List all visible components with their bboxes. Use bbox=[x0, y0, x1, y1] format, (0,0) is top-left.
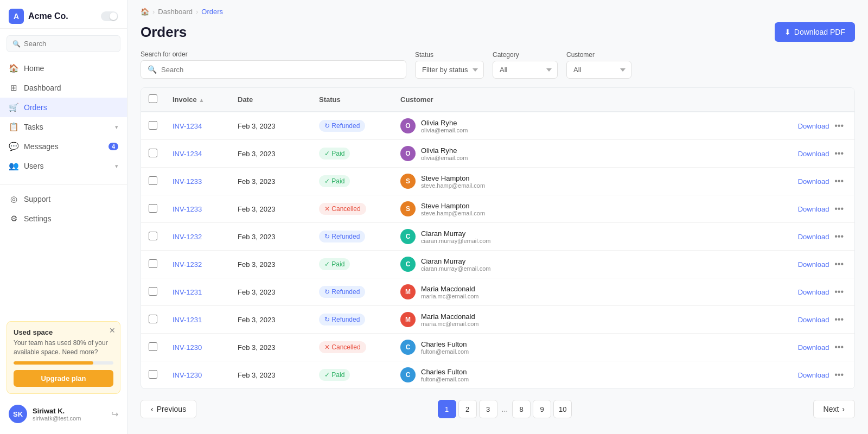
chevron-right-icon: › bbox=[842, 405, 845, 413]
row-checkbox[interactable] bbox=[149, 204, 157, 213]
sidebar-item-messages[interactable]: 💬 Messages 4 bbox=[0, 137, 127, 156]
order-search-input[interactable] bbox=[161, 66, 399, 74]
row-invoice: INV-1233 bbox=[165, 195, 230, 223]
sidebar-search-input[interactable] bbox=[24, 40, 114, 48]
logout-icon[interactable]: ↪ bbox=[111, 409, 118, 419]
customer-avatar: C bbox=[400, 229, 416, 244]
more-options-button[interactable]: ••• bbox=[831, 341, 847, 353]
customer-avatar: C bbox=[400, 367, 416, 382]
row-checkbox[interactable] bbox=[149, 342, 157, 351]
more-options-button[interactable]: ••• bbox=[831, 314, 847, 326]
more-options-button[interactable]: ••• bbox=[831, 286, 847, 298]
row-checkbox[interactable] bbox=[149, 149, 157, 157]
dark-mode-toggle[interactable] bbox=[101, 11, 118, 21]
settings-icon: ⚙ bbox=[9, 214, 18, 224]
customer-avatar: O bbox=[400, 146, 416, 161]
row-checkbox[interactable] bbox=[149, 370, 157, 379]
download-icon: ⬇ bbox=[784, 28, 791, 36]
row-invoice: INV-1232 bbox=[165, 251, 230, 278]
page-button-10[interactable]: 10 bbox=[553, 400, 572, 418]
sidebar-item-label: Dashboard bbox=[24, 84, 118, 92]
breadcrumb-dashboard[interactable]: Dashboard bbox=[158, 8, 193, 16]
row-checkbox[interactable] bbox=[149, 232, 157, 240]
page-button-9[interactable]: 9 bbox=[533, 400, 551, 418]
sidebar-item-tasks[interactable]: 📋 Tasks ▾ bbox=[0, 117, 127, 137]
table-row: INV-1232 Feb 3, 2023 ✓ Paid C Ciaran Mur… bbox=[141, 251, 854, 278]
upgrade-plan-button[interactable]: Upgrade plan bbox=[14, 370, 113, 387]
page-header: Orders ⬇ Download PDF bbox=[127, 16, 868, 50]
download-link[interactable]: Download bbox=[798, 260, 829, 269]
download-link[interactable]: Download bbox=[798, 371, 829, 379]
more-options-button[interactable]: ••• bbox=[831, 258, 847, 270]
sidebar-item-settings[interactable]: ⚙ Settings bbox=[0, 209, 127, 228]
sidebar-item-dashboard[interactable]: ⊞ Dashboard bbox=[0, 78, 127, 98]
status-filter-select[interactable]: Filter by status Paid Refunded Cancelled bbox=[415, 61, 484, 79]
more-options-button[interactable]: ••• bbox=[831, 175, 847, 187]
sidebar-item-support[interactable]: ◎ Support bbox=[0, 189, 127, 209]
row-checkbox-cell bbox=[141, 112, 165, 140]
order-search-box[interactable]: 🔍 bbox=[141, 60, 406, 79]
next-button[interactable]: Next › bbox=[813, 400, 855, 418]
download-link[interactable]: Download bbox=[798, 343, 829, 352]
page-button-8[interactable]: 8 bbox=[512, 400, 531, 418]
download-link[interactable]: Download bbox=[798, 122, 829, 130]
download-link[interactable]: Download bbox=[798, 316, 829, 324]
sidebar-item-users[interactable]: 👥 Users ▾ bbox=[0, 156, 127, 176]
table-row: INV-1232 Feb 3, 2023 ↻ Refunded C Ciaran… bbox=[141, 223, 854, 251]
row-checkbox[interactable] bbox=[149, 176, 157, 185]
th-invoice[interactable]: Invoice ▲ bbox=[165, 88, 230, 112]
row-date: Feb 3, 2023 bbox=[230, 140, 311, 168]
used-space-description: Your team has used 80% of your available… bbox=[14, 339, 113, 357]
customer-name: Steve Hampton bbox=[421, 202, 485, 210]
sidebar-search-box[interactable]: 🔍 bbox=[7, 35, 120, 52]
chevron-down-icon: ▾ bbox=[115, 163, 118, 170]
more-options-button[interactable]: ••• bbox=[831, 203, 847, 215]
download-pdf-button[interactable]: ⬇ Download PDF bbox=[775, 22, 855, 42]
breadcrumb-orders: Orders bbox=[201, 8, 223, 16]
row-checkbox[interactable] bbox=[149, 259, 157, 268]
more-options-button[interactable]: ••• bbox=[831, 231, 847, 242]
user-email: siriwatk@test.com bbox=[33, 415, 106, 422]
download-link[interactable]: Download bbox=[798, 288, 829, 296]
search-icon: 🔍 bbox=[12, 40, 21, 48]
row-checkbox[interactable] bbox=[149, 315, 157, 323]
table-row: INV-1230 Feb 3, 2023 ✕ Cancelled C Charl… bbox=[141, 334, 854, 361]
row-invoice: INV-1234 bbox=[165, 112, 230, 140]
customer-email: ciaran.murray@email.com bbox=[421, 265, 491, 272]
dashboard-icon: ⊞ bbox=[9, 83, 18, 93]
row-status: ↻ Refunded bbox=[311, 112, 393, 140]
sidebar-search-area: 🔍 bbox=[0, 29, 127, 56]
close-icon[interactable]: ✕ bbox=[109, 326, 116, 335]
download-link[interactable]: Download bbox=[798, 233, 829, 241]
row-status: ✕ Cancelled bbox=[311, 195, 393, 223]
download-link[interactable]: Download bbox=[798, 205, 829, 213]
download-link[interactable]: Download bbox=[798, 177, 829, 186]
row-invoice: INV-1232 bbox=[165, 223, 230, 251]
row-actions: Download ••• bbox=[768, 251, 854, 278]
page-button-3[interactable]: 3 bbox=[479, 400, 497, 418]
previous-button[interactable]: ‹ Previous bbox=[141, 400, 196, 418]
row-actions: Download ••• bbox=[768, 278, 854, 306]
table-header-row: Invoice ▲ Date Status Customer bbox=[141, 88, 854, 112]
row-actions: Download ••• bbox=[768, 112, 854, 140]
page-button-2[interactable]: 2 bbox=[458, 400, 477, 418]
row-date: Feb 3, 2023 bbox=[230, 112, 311, 140]
sidebar-item-orders[interactable]: 🛒 Orders bbox=[0, 98, 127, 117]
page-dots: ... bbox=[500, 405, 510, 413]
support-icon: ◎ bbox=[9, 194, 18, 204]
sidebar-item-home[interactable]: 🏠 Home bbox=[0, 59, 127, 78]
row-actions: Download ••• bbox=[768, 306, 854, 334]
category-filter-select[interactable]: All bbox=[493, 61, 558, 79]
app-name: Acme Co. bbox=[28, 11, 68, 21]
more-options-button[interactable]: ••• bbox=[831, 148, 847, 159]
row-checkbox[interactable] bbox=[149, 121, 157, 130]
customer-filter-select[interactable]: All bbox=[566, 61, 631, 79]
page-button-1[interactable]: 1 bbox=[438, 400, 456, 418]
more-options-button[interactable]: ••• bbox=[831, 120, 847, 132]
download-link[interactable]: Download bbox=[798, 150, 829, 158]
more-options-button[interactable]: ••• bbox=[831, 369, 847, 381]
row-checkbox[interactable] bbox=[149, 287, 157, 296]
row-status: ↻ Refunded bbox=[311, 306, 393, 334]
select-all-checkbox[interactable] bbox=[149, 94, 157, 103]
customer-avatar: M bbox=[400, 284, 416, 299]
